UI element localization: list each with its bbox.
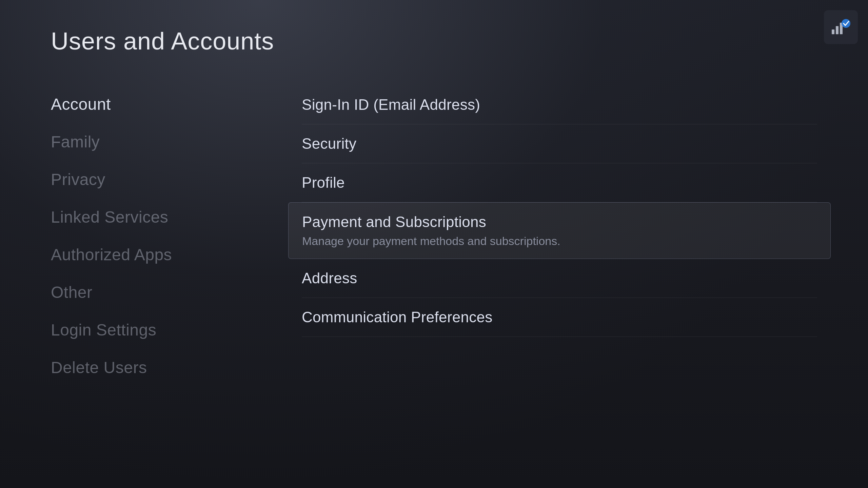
svg-rect-1	[836, 26, 839, 34]
content-item-communication-preferences[interactable]: Communication Preferences	[302, 298, 817, 337]
svg-point-3	[842, 19, 850, 28]
content-item-title-profile: Profile	[302, 174, 817, 191]
sidebar-item-linked-services[interactable]: Linked Services	[51, 198, 288, 236]
content-item-address[interactable]: Address	[302, 259, 817, 298]
main-content: Account Family Privacy Linked Services A…	[51, 82, 817, 461]
content-item-security[interactable]: Security	[302, 124, 817, 163]
content-item-title-payment: Payment and Subscriptions	[302, 214, 817, 230]
sidebar-item-delete-users[interactable]: Delete Users	[51, 349, 288, 386]
sidebar: Account Family Privacy Linked Services A…	[51, 82, 288, 461]
sidebar-item-authorized-apps[interactable]: Authorized Apps	[51, 236, 288, 273]
content-item-profile[interactable]: Profile	[302, 163, 817, 202]
sidebar-item-account[interactable]: Account	[51, 85, 288, 123]
content-item-sign-in-id[interactable]: Sign-In ID (Email Address)	[302, 85, 817, 124]
sidebar-item-login-settings[interactable]: Login Settings	[51, 311, 288, 349]
content-item-title-security: Security	[302, 135, 817, 152]
content-item-title-communication: Communication Preferences	[302, 309, 817, 326]
sidebar-item-other[interactable]: Other	[51, 273, 288, 311]
content-item-title-address: Address	[302, 270, 817, 287]
page-container: Users and Accounts Account Family Privac…	[0, 0, 868, 488]
content-item-payment-subscriptions[interactable]: Payment and Subscriptions Manage your pa…	[288, 202, 831, 259]
page-title: Users and Accounts	[51, 27, 817, 55]
sidebar-item-privacy[interactable]: Privacy	[51, 161, 288, 198]
svg-rect-0	[832, 29, 834, 34]
content-item-desc-payment: Manage your payment methods and subscrip…	[302, 235, 817, 248]
top-right-widget[interactable]	[824, 10, 858, 44]
sidebar-item-family[interactable]: Family	[51, 123, 288, 161]
content-item-title-sign-in-id: Sign-In ID (Email Address)	[302, 96, 817, 113]
content-panel: Sign-In ID (Email Address) Security Prof…	[288, 82, 817, 461]
stats-checkmark-icon	[831, 19, 851, 36]
